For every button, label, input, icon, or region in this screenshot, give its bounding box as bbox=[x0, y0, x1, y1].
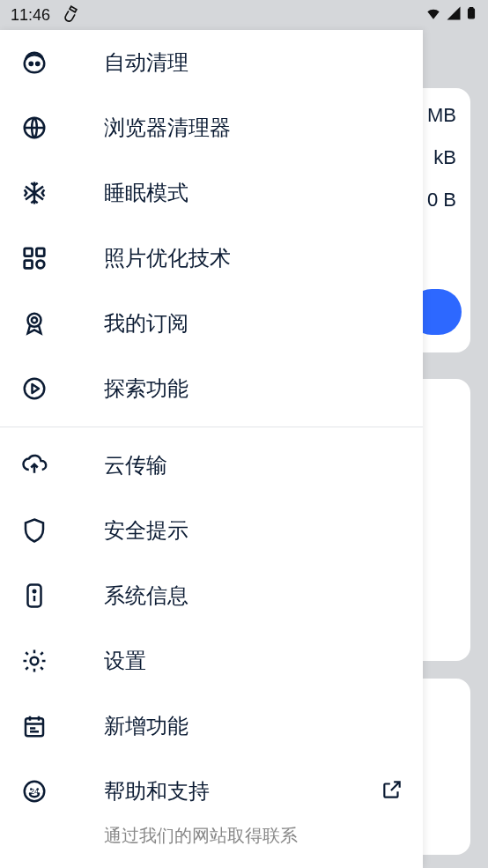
shield-icon bbox=[19, 516, 49, 545]
guitar-icon bbox=[60, 2, 83, 27]
cloud-upload-icon bbox=[19, 450, 49, 480]
support-icon: 24 bbox=[19, 776, 49, 806]
menu-label: 探索功能 bbox=[104, 375, 189, 403]
snowflake-icon bbox=[19, 178, 49, 208]
svg-point-3 bbox=[30, 63, 33, 65]
signal-icon bbox=[446, 5, 462, 26]
svg-point-9 bbox=[37, 261, 45, 269]
wifi-icon bbox=[425, 4, 442, 26]
play-circle-icon bbox=[19, 374, 49, 404]
status-time: 11:46 bbox=[11, 6, 50, 25]
divider bbox=[0, 427, 423, 427]
menu-item-hibernation[interactable]: 睡眠模式 bbox=[0, 160, 423, 226]
menu-item-settings[interactable]: 设置 bbox=[0, 628, 423, 694]
svg-point-14 bbox=[33, 590, 36, 593]
gear-icon bbox=[19, 646, 49, 676]
menu-label: 云传输 bbox=[104, 451, 167, 479]
menu-label: 睡眠模式 bbox=[104, 179, 189, 207]
battery-icon bbox=[465, 4, 477, 27]
menu-item-whats-new[interactable]: 新增功能 bbox=[0, 694, 423, 759]
menu-label: 设置 bbox=[104, 647, 146, 675]
globe-icon bbox=[19, 113, 49, 143]
svg-point-10 bbox=[28, 314, 41, 327]
svg-rect-7 bbox=[37, 249, 45, 256]
calendar-icon bbox=[19, 711, 49, 741]
menu-label: 新增功能 bbox=[104, 712, 189, 740]
menu-label: 浏览器清理器 bbox=[104, 114, 231, 142]
menu-item-browser-cleaner[interactable]: 浏览器清理器 bbox=[0, 95, 423, 160]
external-link-icon bbox=[381, 778, 403, 805]
navigation-drawer: 自动清理 浏览器清理器 睡眠模式 照片优化技术 我的订阅 bbox=[0, 30, 423, 868]
menu-label: 系统信息 bbox=[104, 582, 189, 610]
menu-item-help-support[interactable]: 24 帮助和支持 bbox=[0, 759, 423, 824]
svg-point-15 bbox=[31, 657, 39, 665]
svg-rect-8 bbox=[25, 261, 33, 269]
menu-label: 自动清理 bbox=[104, 48, 189, 77]
status-bar: 11:46 bbox=[0, 0, 488, 30]
badge-icon bbox=[19, 308, 49, 338]
menu-item-cloud-transfer[interactable]: 云传输 bbox=[0, 433, 423, 498]
svg-point-4 bbox=[36, 63, 39, 65]
menu-label: 安全提示 bbox=[104, 516, 189, 545]
robot-icon bbox=[19, 48, 49, 78]
menu-label: 照片优化技术 bbox=[104, 244, 231, 272]
menu-item-explore[interactable]: 探索功能 bbox=[0, 356, 423, 421]
menu-item-auto-clean[interactable]: 自动清理 bbox=[0, 30, 423, 95]
menu-item-system-info[interactable]: 系统信息 bbox=[0, 563, 423, 628]
menu-label: 我的订阅 bbox=[104, 309, 189, 338]
svg-point-12 bbox=[25, 379, 45, 399]
menu-item-photo-optimizer[interactable]: 照片优化技术 bbox=[0, 226, 423, 291]
svg-point-11 bbox=[32, 317, 37, 323]
menu-item-security-tips[interactable]: 安全提示 bbox=[0, 498, 423, 563]
info-device-icon bbox=[19, 581, 49, 611]
menu-label: 帮助和支持 bbox=[104, 777, 210, 805]
svg-text:24: 24 bbox=[30, 787, 39, 796]
help-support-subtext: 通过我们的网站取得联系 bbox=[0, 824, 423, 848]
svg-rect-1 bbox=[470, 7, 473, 8]
svg-rect-6 bbox=[25, 249, 33, 256]
grid-icon bbox=[19, 243, 49, 273]
menu-item-subscription[interactable]: 我的订阅 bbox=[0, 291, 423, 356]
